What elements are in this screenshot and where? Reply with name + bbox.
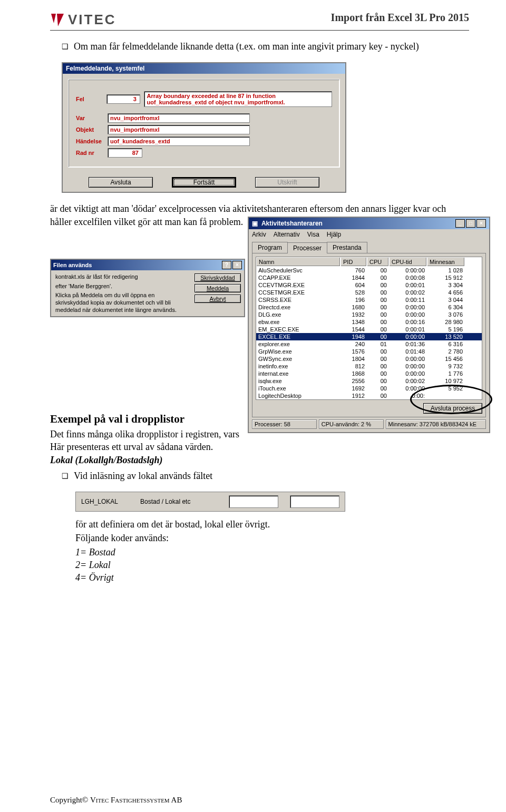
process-row[interactable]: AluSchedulerSvc760000:00:001 028 — [256, 267, 482, 274]
process-cell: 0:00:00 — [389, 267, 427, 274]
process-cell: 0:00:00 — [389, 355, 427, 363]
process-cell: 0:00:02 — [389, 289, 427, 296]
label-handelse: Händelse — [76, 138, 108, 144]
process-cell: inetinfo.exe — [256, 363, 340, 370]
process-cell: 00 — [367, 274, 389, 281]
lgh-field-row: LGH_LOKAL Bostad / Lokal etc — [75, 492, 345, 512]
avbryt-button[interactable]: Avbryt — [194, 295, 241, 303]
col-namn[interactable]: Namn — [256, 257, 340, 267]
process-row[interactable]: ebw.exe1348000:00:1628 980 — [256, 318, 482, 326]
file-in-use-line3: Klicka på Meddela om du vill öppna en sk… — [55, 292, 187, 314]
process-row[interactable]: EXCEL.EXE1948000:00:0013 520 — [256, 333, 482, 340]
menu-alternativ[interactable]: Alternativ — [274, 231, 300, 238]
process-cell: EM_EXEC.EXE — [256, 326, 340, 333]
process-cell: 1544 — [340, 326, 367, 333]
process-cell: 5 952 — [427, 385, 465, 392]
process-cell: CCEVTMGR.EXE — [256, 281, 340, 289]
file-in-use-dialog: Filen används ? × kontrakt.xls är låst f… — [50, 259, 245, 317]
process-row[interactable]: CCAPP.EXE1844000:00:0815 912 — [256, 274, 482, 281]
process-cell: 1348 — [340, 318, 367, 326]
process-cell: 00 — [367, 385, 389, 392]
process-row[interactable]: CCEVTMGR.EXE604000:00:013 304 — [256, 281, 482, 289]
process-cell: 760 — [340, 267, 367, 274]
col-cputid[interactable]: CPU-tid — [389, 257, 427, 267]
process-cell: 0:00:00 — [389, 370, 427, 377]
process-cell: 5 196 — [427, 326, 465, 333]
value-fel-msg: Array boundary exceeded at line 87 in fu… — [144, 91, 332, 107]
process-cell: Directcd.exe — [256, 304, 340, 311]
process-cell: 812 — [340, 363, 367, 370]
taskmgr-panel: Namn PID CPU CPU-tid Minnesan AluSchedul… — [252, 253, 486, 417]
process-row[interactable]: internat.exe1868000:00:001 776 — [256, 370, 482, 377]
utskrift-button[interactable]: Utskrift — [255, 177, 319, 188]
process-row[interactable]: EM_EXEC.EXE1544000:00:015 196 — [256, 326, 482, 333]
end-process-button[interactable]: Avsluta process — [423, 403, 482, 414]
process-cell: explorer.exe — [256, 340, 340, 348]
process-cell: 0:00:08 — [389, 274, 427, 281]
value-fel-code: 3 — [106, 94, 140, 104]
process-cell: 240 — [340, 340, 367, 348]
menu-visa[interactable]: Visa — [307, 231, 319, 238]
process-cell: 1804 — [340, 355, 367, 363]
process-row[interactable]: iTouch.exe1692000:00:005 952 — [256, 385, 482, 392]
process-cell: 00 — [367, 377, 389, 385]
process-cell: 00 — [367, 304, 389, 311]
process-cell: DLG.exe — [256, 311, 340, 318]
process-cell: 2556 — [340, 377, 367, 385]
process-cell: 00 — [367, 289, 389, 296]
tab-prestanda[interactable]: Prestanda — [327, 242, 367, 253]
lgh-input-1[interactable] — [229, 495, 278, 508]
process-cell: 6 316 — [427, 340, 465, 348]
process-row[interactable]: inetinfo.exe812000:00:009 732 — [256, 363, 482, 370]
process-cell: 00 — [367, 326, 389, 333]
process-cell: 1692 — [340, 385, 367, 392]
process-row[interactable]: DLG.exe1932000:00:003 076 — [256, 311, 482, 318]
help-icon[interactable]: ? — [222, 261, 231, 269]
avsluta-button[interactable]: Avsluta — [89, 177, 153, 188]
close-icon[interactable]: × — [232, 261, 242, 269]
process-row[interactable]: CCSETMGR.EXE528000:00:024 656 — [256, 289, 482, 296]
lgh-input-2[interactable] — [290, 495, 339, 508]
taskmgr-window-controls: _ □ × — [455, 219, 486, 228]
process-row[interactable]: explorer.exe240010:01:366 316 — [256, 340, 482, 348]
section-heading: Exempel på val i dropplistor — [50, 413, 303, 426]
skrivskyddad-button[interactable]: Skrivskyddad — [194, 273, 241, 282]
tab-program[interactable]: Program — [252, 242, 288, 253]
process-cell: 00 — [367, 311, 389, 318]
menu-hjalp[interactable]: Hjälp — [327, 231, 341, 238]
process-row[interactable]: GrpWise.exe1576000:01:482 780 — [256, 348, 482, 355]
process-cell: 0:00:16 — [389, 318, 427, 326]
section-sub: Lokal (Lokallgh/Bostadslgh) — [50, 454, 303, 466]
tail1: för att definiera om det är bostad, loka… — [75, 518, 469, 531]
process-row[interactable]: isqlw.exe2556000:00:0210 972 — [256, 377, 482, 385]
tab-processer[interactable]: Processer — [287, 242, 327, 253]
process-row[interactable]: Directcd.exe1680000:00:006 304 — [256, 304, 482, 311]
fortsatt-button[interactable]: Fortsätt — [172, 177, 236, 188]
menu-arkiv[interactable]: Arkiv — [252, 231, 266, 238]
minimize-icon[interactable]: _ — [455, 219, 465, 228]
section-p2: Här presenteras ett urval av sådana värd… — [50, 441, 303, 453]
maximize-icon[interactable]: □ — [466, 219, 475, 228]
process-cell: LogitechDesktop — [256, 392, 340, 399]
process-row[interactable]: GWSync.exe1804000:00:0015 456 — [256, 355, 482, 363]
file-in-use-window-controls: ? × — [222, 261, 242, 269]
process-cell: 00 — [367, 296, 389, 304]
close-icon[interactable]: × — [476, 219, 486, 228]
process-cell: 0:00:00 — [389, 363, 427, 370]
label-objekt: Objekt — [76, 126, 108, 133]
process-cell — [427, 392, 465, 399]
process-cell: 00 — [367, 333, 389, 340]
col-cpu[interactable]: CPU — [367, 257, 389, 267]
process-cell: 00 — [367, 348, 389, 355]
process-cell: CSRSS.EXE — [256, 296, 340, 304]
col-minnesan[interactable]: Minnesan — [427, 257, 465, 267]
process-row[interactable]: CSRSS.EXE196000:00:113 044 — [256, 296, 482, 304]
section-bullet-list: Vid inläsning av lokal används fältet — [50, 469, 469, 482]
process-row[interactable]: LogitechDesktop1912000:00: — [256, 392, 482, 399]
process-cell: 00 — [367, 267, 389, 274]
meddela-button[interactable]: Meddela — [194, 284, 241, 292]
process-cell: 1 028 — [427, 267, 465, 274]
process-cell: 0:00: — [389, 392, 427, 399]
process-cell: AluSchedulerSvc — [256, 267, 340, 274]
col-pid[interactable]: PID — [340, 257, 367, 267]
